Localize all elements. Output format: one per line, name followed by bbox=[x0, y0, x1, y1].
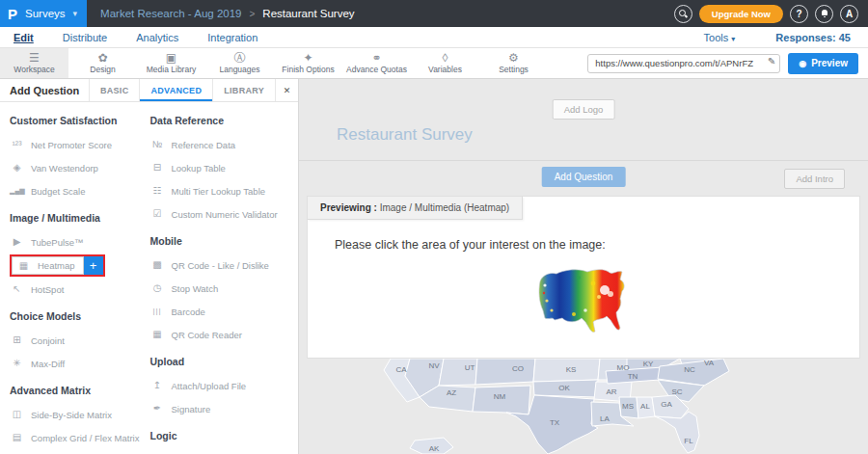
add-question-button[interactable]: Add Question bbox=[542, 167, 626, 187]
qtype-barcode[interactable]: ||| Barcode bbox=[150, 300, 298, 323]
qtype-label: Van Westendorp bbox=[31, 163, 98, 174]
tab-integration[interactable]: Integration bbox=[207, 32, 258, 43]
help-button[interactable]: ? bbox=[790, 5, 808, 23]
qtype-conjoint[interactable]: ⊞ Conjoint bbox=[10, 329, 147, 352]
multi-tier-lookup-icon: ☷ bbox=[150, 186, 165, 196]
upgrade-now-button[interactable]: Upgrade Now bbox=[699, 5, 783, 23]
edit-url-icon[interactable]: ✎ bbox=[768, 56, 775, 67]
qtype-label: Custom Numeric Validator bbox=[172, 209, 278, 220]
signature-icon: ✒ bbox=[150, 404, 165, 414]
qtype-net-promoter-score[interactable]: ¹²³ Net Promoter Score bbox=[10, 133, 147, 156]
tubepulse-icon: ▶ bbox=[10, 237, 24, 247]
close-icon: ✕ bbox=[284, 86, 291, 95]
toolbar-variables[interactable]: ◊ Variables bbox=[411, 48, 479, 78]
toolbar-design[interactable]: ✿ Design bbox=[68, 48, 137, 78]
qtype-heatmap[interactable]: ▦ Heatmap bbox=[12, 256, 84, 275]
advance-quotas-icon: ⚭ bbox=[371, 52, 381, 64]
qtype-signature[interactable]: ✒ Signature bbox=[150, 397, 298, 420]
toolbar-settings[interactable]: ⚙ Settings bbox=[479, 48, 548, 78]
tab-distribute[interactable]: Distribute bbox=[63, 32, 107, 43]
qtype-reference-data[interactable]: № Reference Data bbox=[150, 133, 298, 156]
qtype-randomizer[interactable]: ⇄ Randomizer bbox=[150, 448, 298, 454]
qtype-qr-code-reader[interactable]: ▦ QR Code Reader bbox=[150, 323, 298, 346]
qtype-qr-like-dislike[interactable]: ▩ QR Code - Like / Dislike bbox=[150, 254, 298, 277]
tab-edit[interactable]: Edit bbox=[14, 32, 34, 43]
toolbar-advance-quotas[interactable]: ⚭ Advance Quotas bbox=[342, 48, 411, 78]
qtype-van-westendorp[interactable]: ◈ Van Westendorp bbox=[10, 156, 147, 179]
tab-analytics[interactable]: Analytics bbox=[136, 32, 178, 43]
section-nav: Edit Distribute Analytics Integration To… bbox=[0, 27, 868, 48]
add-heatmap-button[interactable]: + bbox=[84, 256, 103, 275]
toolbar-label: Finish Options bbox=[282, 65, 334, 74]
qtype-custom-numeric-validator[interactable]: ☑ Custom Numeric Validator bbox=[150, 202, 298, 226]
heatmap-icon: ▦ bbox=[16, 261, 31, 271]
qtype-max-diff[interactable]: ✳ Max-Diff bbox=[10, 352, 147, 375]
barcode-icon: ||| bbox=[150, 307, 165, 316]
avatar[interactable]: A bbox=[840, 5, 858, 23]
state-label: CA bbox=[395, 365, 407, 374]
notifications-button[interactable] bbox=[815, 5, 833, 23]
qtype-budget-scale[interactable]: ▂▄▆ Budget Scale bbox=[10, 179, 147, 202]
surveys-label: Surveys bbox=[25, 8, 66, 19]
toolbar-finish-options[interactable]: ✦ Finish Options bbox=[274, 48, 342, 78]
state-label: TX bbox=[550, 418, 560, 427]
state-label: GA bbox=[661, 400, 672, 409]
toolbar-languages[interactable]: Ⓐ Languages bbox=[205, 48, 274, 78]
us-map-background[interactable]: NV UT CO KS MO KY VA CA AZ NM OK AR TN N… bbox=[299, 359, 868, 454]
state-label: MO bbox=[617, 363, 630, 372]
top-navbar: P Surveys ▾ Market Research - Aug 2019 >… bbox=[0, 0, 868, 27]
survey-url-input[interactable] bbox=[587, 54, 780, 73]
breadcrumb-parent[interactable]: Market Research - Aug 2019 bbox=[100, 8, 241, 19]
qtype-lookup-table[interactable]: ⊟ Lookup Table bbox=[150, 156, 298, 179]
qtype-stop-watch[interactable]: ◷ Stop Watch bbox=[150, 277, 298, 300]
close-panel-button[interactable]: ✕ bbox=[275, 79, 298, 101]
responses-count[interactable]: Responses: 45 bbox=[775, 32, 851, 43]
toolbar-label: Design bbox=[90, 65, 115, 74]
qtype-label: Stop Watch bbox=[172, 283, 219, 294]
divider bbox=[299, 160, 868, 161]
qtype-label: QR Code Reader bbox=[172, 330, 242, 340]
qtype-multi-tier-lookup[interactable]: ☷ Multi Tier Lookup Table bbox=[150, 179, 298, 202]
qtype-attach-upload-file[interactable]: ↥ Attach/Upload File bbox=[150, 374, 298, 397]
qtype-label: Multi Tier Lookup Table bbox=[172, 186, 266, 197]
editor-toolbar: ☰ Workspace ✿ Design ▣ Media Library Ⓐ L… bbox=[0, 48, 868, 79]
survey-title[interactable]: Restaurant Survey bbox=[337, 125, 473, 145]
qtype-side-by-side-matrix[interactable]: ◫ Side-By-Side Matrix bbox=[10, 403, 147, 426]
section-upload: Upload bbox=[150, 356, 298, 367]
preview-button[interactable]: ◉ Preview bbox=[788, 53, 858, 74]
qtype-tubepulse[interactable]: ▶ TubePulse™ bbox=[10, 230, 147, 254]
tab-library[interactable]: LIBRARY bbox=[212, 79, 275, 101]
previewing-label: Previewing : bbox=[320, 202, 377, 213]
qtype-hotspot[interactable]: ↖ HotSpot bbox=[10, 278, 147, 301]
add-logo-button[interactable]: Add Logo bbox=[553, 99, 615, 120]
add-intro-button[interactable]: Add Intro bbox=[784, 169, 845, 189]
qtype-label: Signature bbox=[172, 404, 211, 414]
heatmap-us-image[interactable] bbox=[535, 264, 632, 339]
side-by-side-matrix-icon: ◫ bbox=[10, 410, 24, 419]
qtype-label: Net Promoter Score bbox=[31, 140, 112, 150]
qtype-complex-grid[interactable]: ▤ Complex Grid / Flex Matrix bbox=[10, 426, 147, 449]
qtype-label: HotSpot bbox=[31, 284, 64, 295]
panel-title: Add Question bbox=[0, 79, 89, 101]
finish-options-icon: ✦ bbox=[303, 52, 312, 64]
surveys-menu[interactable]: P Surveys ▾ bbox=[0, 0, 87, 27]
reference-data-icon: № bbox=[150, 140, 165, 149]
settings-icon: ⚙ bbox=[508, 52, 519, 64]
qtype-label: Side-By-Side Matrix bbox=[31, 410, 112, 420]
search-button[interactable] bbox=[674, 5, 692, 23]
media-library-icon: ▣ bbox=[166, 52, 176, 64]
qtype-label: Reference Data bbox=[172, 140, 236, 150]
toolbar-workspace[interactable]: ☰ Workspace bbox=[0, 48, 68, 78]
tools-menu[interactable]: Tools ▾ bbox=[704, 32, 736, 43]
numeric-validator-icon: ☑ bbox=[150, 209, 165, 219]
search-icon bbox=[679, 10, 688, 18]
qtype-label: Barcode bbox=[172, 307, 205, 317]
workspace-icon: ☰ bbox=[29, 52, 40, 64]
qtype-label: Max-Diff bbox=[31, 359, 65, 369]
tab-basic[interactable]: BASIC bbox=[89, 79, 140, 101]
state-label: LA bbox=[600, 414, 610, 423]
qtype-label: Complex Grid / Flex Matrix bbox=[31, 433, 139, 443]
qtype-label: Conjoint bbox=[31, 335, 65, 346]
toolbar-media-library[interactable]: ▣ Media Library bbox=[137, 48, 205, 78]
tab-advanced[interactable]: ADVANCED bbox=[139, 79, 212, 101]
